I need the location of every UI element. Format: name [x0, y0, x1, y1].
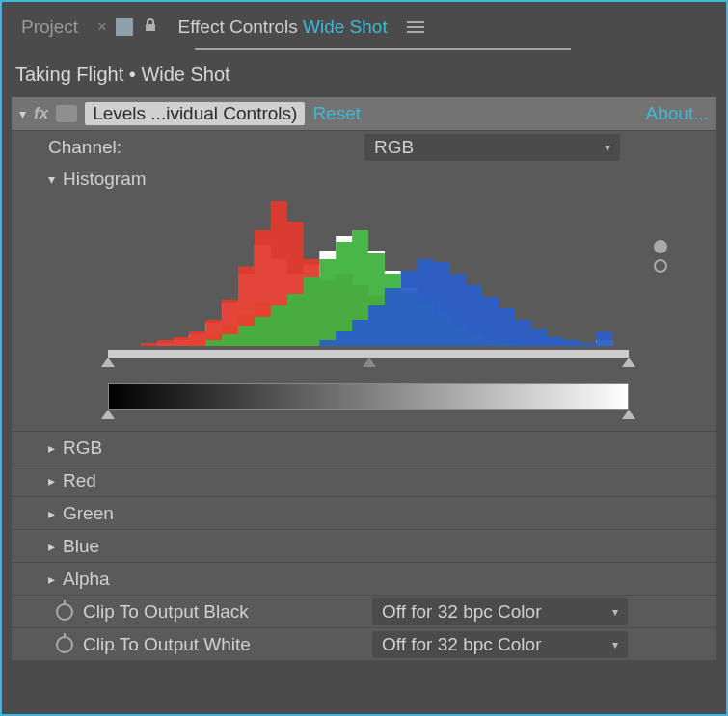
breadcrumb: Taking Flight • Wide Shot: [12, 50, 716, 97]
channel-value: RGB: [374, 137, 414, 158]
section-row-alpha[interactable]: ▸Alpha: [12, 562, 716, 595]
clip-output-black-row: Clip To Output Black Off for 32 bpc Colo…: [12, 595, 716, 627]
clip-output-white-dropdown[interactable]: Off for 32 bpc Color ▾: [372, 631, 628, 658]
clip-output-black-dropdown[interactable]: Off for 32 bpc Color ▾: [372, 598, 628, 625]
output-white-handle[interactable]: [622, 410, 635, 419]
reset-link[interactable]: Reset: [312, 103, 361, 124]
chevron-down-icon: ▾: [612, 638, 618, 651]
histogram-mode-radio-2[interactable]: [654, 259, 667, 273]
clip-output-white-label: Clip To Output White: [83, 634, 251, 655]
histogram-label: Histogram: [63, 169, 147, 190]
section-label: Red: [63, 470, 96, 491]
channel-dropdown[interactable]: RGB ▾: [364, 134, 620, 161]
section-row-green[interactable]: ▸Green: [12, 496, 716, 529]
lock-icon[interactable]: [143, 16, 158, 38]
effect-controls-panel: Project × Effect Controls Wide Shot Taki…: [0, 0, 728, 716]
tab-close-icon[interactable]: ×: [97, 18, 106, 36]
clip-output-white-row: Clip To Output White Off for 32 bpc Colo…: [12, 627, 716, 660]
clip-output-black-value: Off for 32 bpc Color: [382, 601, 541, 623]
stopwatch-icon[interactable]: [56, 636, 73, 653]
clip-output-black-label: Clip To Output Black: [83, 601, 249, 623]
effect-twirl-icon[interactable]: ▾: [19, 106, 26, 121]
channel-label: Channel:: [48, 137, 357, 158]
stopwatch-icon[interactable]: [56, 603, 73, 621]
chevron-right-icon: ▸: [48, 506, 55, 521]
chevron-right-icon: ▸: [48, 571, 55, 587]
section-row-blue[interactable]: ▸Blue: [12, 529, 716, 562]
chevron-right-icon: ▸: [48, 440, 55, 456]
panel-menu-icon[interactable]: [407, 20, 424, 34]
channel-row: Channel: RGB ▾: [12, 130, 716, 163]
input-white-handle[interactable]: [622, 358, 635, 367]
output-black-handle[interactable]: [101, 410, 115, 419]
section-row-red[interactable]: ▸Red: [12, 464, 716, 496]
output-levels-gradient[interactable]: [108, 383, 629, 410]
section-label: Blue: [63, 536, 99, 557]
input-gamma-handle[interactable]: [363, 358, 376, 367]
effect-name[interactable]: Levels ...ividual Controls): [85, 102, 305, 125]
tab-effect-controls[interactable]: Effect Controls Wide Shot: [168, 13, 396, 41]
chevron-down-icon: ▾: [605, 141, 610, 154]
tab-project[interactable]: Project: [12, 13, 88, 41]
tab-bar: Project × Effect Controls Wide Shot: [12, 8, 716, 46]
output-levels-slider[interactable]: [108, 410, 688, 425]
effect-header-row: ▾ fx Levels ...ividual Controls) Reset A…: [12, 97, 716, 130]
section-label: Green: [63, 503, 114, 524]
input-black-handle[interactable]: [101, 358, 115, 367]
about-link[interactable]: About...: [646, 103, 710, 124]
input-levels-slider[interactable]: [108, 350, 688, 383]
fx-icon[interactable]: fx: [34, 104, 48, 123]
histogram-mode-radio-1[interactable]: [654, 240, 667, 253]
histogram-section: ▾ Histogram: [12, 163, 716, 431]
tab-layer-name: Wide Shot: [303, 16, 388, 37]
clip-output-white-value: Off for 32 bpc Color: [382, 634, 541, 655]
tab-effect-controls-label: Effect Controls: [177, 16, 297, 37]
section-label: RGB: [63, 438, 102, 459]
chevron-down-icon: ▾: [612, 605, 618, 619]
section-label: Alpha: [63, 569, 110, 590]
preset-icon[interactable]: [56, 105, 77, 122]
histogram-twirl-icon[interactable]: ▾: [48, 172, 55, 187]
histogram-display[interactable]: [108, 201, 629, 346]
chevron-right-icon: ▸: [48, 473, 55, 489]
composition-icon[interactable]: [116, 18, 133, 36]
section-row-rgb[interactable]: ▸RGB: [12, 431, 716, 464]
chevron-right-icon: ▸: [48, 539, 55, 554]
